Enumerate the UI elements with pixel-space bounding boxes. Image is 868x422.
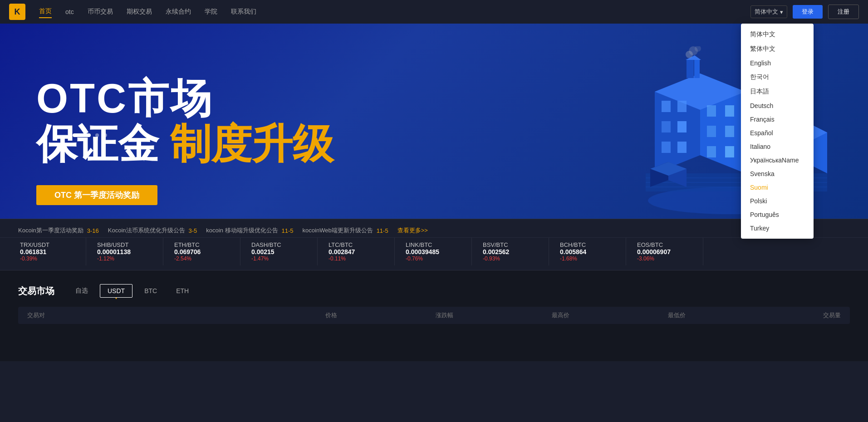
svg-rect-11 — [725, 105, 734, 117]
slide-dot-2[interactable] — [103, 133, 107, 137]
market-tab-自选[interactable]: 自选 — [68, 284, 95, 298]
svg-rect-9 — [677, 142, 687, 153]
ticker-item[interactable]: TRX/USDT 0.061831 -0.39% — [9, 238, 86, 265]
hero-title-white: 保证金 — [36, 121, 159, 167]
notice-date: 3-16 — [87, 227, 99, 234]
ticker-item[interactable]: SHIB/USDT 0.00001138 -1.12% — [86, 238, 163, 265]
lang-option-日本語[interactable]: 日本語 — [741, 84, 814, 99]
ticker-pair: LINK/BTC — [406, 241, 461, 248]
lang-label: 简体中文 — [755, 8, 778, 16]
lang-option-Turkey[interactable]: Turkey — [741, 221, 814, 235]
table-col-header: 最低价 — [569, 311, 686, 319]
ticker-change: -0.76% — [406, 255, 461, 262]
notice-text: kocoin 移动端升级优化公告 — [206, 226, 278, 235]
login-button[interactable]: 登录 — [793, 5, 823, 19]
register-button[interactable]: 注册 — [828, 5, 859, 19]
lang-option-한국어[interactable]: 한국어 — [741, 70, 814, 84]
ticker-item[interactable]: LTC/BTC 0.002847 -0.11% — [318, 238, 395, 265]
ticker-change: -1.68% — [560, 255, 615, 262]
notice-text: Kocoin第一季度活动奖励 — [18, 226, 83, 235]
nav-item-otc[interactable]: otc — [65, 6, 74, 17]
lang-option-Português[interactable]: Português — [741, 208, 814, 221]
lang-option-Español[interactable]: Español — [741, 126, 814, 140]
ticker-pair: LTC/BTC — [329, 241, 383, 248]
navbar: K 首页otc币币交易期权交易永续合约学院联系我们 简体中文 ▾ 登录 注册 — [0, 0, 868, 24]
slide-dot-1[interactable] — [95, 133, 99, 137]
slide-dot-active[interactable] — [73, 133, 91, 137]
table-col-header: 涨跌幅 — [337, 311, 453, 319]
svg-rect-4 — [662, 101, 671, 112]
notice-bar: Kocoin第一季度活动奖励 3-16Kocoin法币系统优化升级公告 3-5k… — [0, 224, 868, 238]
ticker-change: -1.47% — [251, 255, 306, 262]
lang-option-English[interactable]: English — [741, 56, 814, 70]
ticker-item[interactable]: LINK/BTC 0.00039485 -0.76% — [395, 238, 472, 265]
lang-option-УкраїнськаName[interactable]: УкраїнськаName — [741, 153, 814, 167]
price-ticker: TRX/USDT 0.061831 -0.39% SHIB/USDT 0.000… — [0, 238, 868, 265]
lang-option-Français[interactable]: Français — [741, 113, 814, 126]
ticker-change: -0.39% — [20, 255, 75, 262]
ticker-price: 0.069706 — [174, 248, 229, 255]
ticker-price: 0.005864 — [560, 248, 615, 255]
svg-rect-16 — [687, 60, 694, 78]
ticker-item[interactable]: BCH/BTC 0.005864 -1.68% — [549, 238, 626, 265]
ticker-change: -0.93% — [483, 255, 538, 262]
lang-option-Polski[interactable]: Polski — [741, 194, 814, 208]
logo[interactable]: K — [9, 4, 25, 20]
nav-item-期权交易[interactable]: 期权交易 — [127, 6, 152, 18]
svg-rect-17 — [694, 60, 700, 78]
hero-text: OTC市场 保证金 制度升级 — [36, 78, 333, 164]
notice-date: 11-5 — [377, 227, 388, 234]
table-col-header: 交易量 — [686, 311, 841, 319]
market-title: 交易市场 — [18, 285, 54, 297]
notice-item: Kocoin第一季度活动奖励 3-16 — [18, 226, 99, 235]
svg-rect-13 — [725, 126, 734, 137]
orange-strip-text: OTC 第一季度活动奖励 — [54, 191, 139, 200]
nav-item-永续合约[interactable]: 永续合约 — [166, 6, 191, 18]
ticker-item[interactable]: EOS/BTC 0.00006907 -3.06% — [626, 238, 703, 265]
nav-item-首页[interactable]: 首页 — [39, 5, 52, 18]
logo-text: K — [15, 7, 20, 17]
main-content: 交易市场 自选USDTBTCETH 交易对价格涨跌幅最高价最低价交易量 — [0, 270, 868, 361]
lang-option-Suomi[interactable]: Suomi — [741, 181, 814, 194]
nav-menu: 首页otc币币交易期权交易永续合约学院联系我们 — [39, 5, 750, 18]
svg-rect-12 — [707, 126, 716, 137]
svg-rect-5 — [677, 101, 687, 112]
ticker-item[interactable]: DASH/BTC 0.00215 -1.47% — [240, 238, 318, 265]
notice-date: 3-5 — [189, 227, 197, 234]
table-col-header: 最高价 — [453, 311, 569, 319]
svg-rect-14 — [707, 146, 716, 157]
ticker-item[interactable]: BSV/BTC 0.002562 -0.93% — [472, 238, 549, 265]
slide-indicator — [73, 133, 107, 137]
lang-option-简体中文[interactable]: 简体中文 — [741, 27, 814, 42]
svg-rect-15 — [725, 146, 734, 157]
lang-option-繁体中文[interactable]: 繁体中文 — [741, 42, 814, 56]
ticker-pair: BCH/BTC — [560, 241, 615, 248]
lang-option-Deutsch[interactable]: Deutsch — [741, 99, 814, 113]
svg-rect-6 — [662, 121, 671, 132]
chevron-down-icon: ▾ — [780, 9, 783, 15]
ticker-price: 0.061831 — [20, 248, 75, 255]
notice-item: kocoinWeb端更新升级公告 11-5 — [303, 226, 388, 235]
lang-option-Svenska[interactable]: Svenska — [741, 167, 814, 181]
ticker-bar: Kocoin第一季度活动奖励 3-16Kocoin法币系统优化升级公告 3-5k… — [0, 219, 868, 270]
ticker-pair: EOS/BTC — [637, 241, 692, 248]
ticker-price: 0.00215 — [251, 248, 306, 255]
market-tab-ETH[interactable]: ETH — [169, 285, 196, 297]
table-header: 交易对价格涨跌幅最高价最低价交易量 — [18, 307, 850, 324]
hero-title-bottom: 保证金 制度升级 — [36, 123, 333, 164]
market-tab-BTC[interactable]: BTC — [137, 285, 164, 297]
notice-text: kocoinWeb端更新升级公告 — [303, 226, 373, 235]
nav-item-学院[interactable]: 学院 — [205, 6, 217, 18]
nav-item-联系我们[interactable]: 联系我们 — [231, 6, 256, 18]
ticker-item[interactable]: ETH/BTC 0.069706 -2.54% — [163, 238, 240, 265]
ticker-change: -0.11% — [329, 255, 383, 262]
market-tab-USDT[interactable]: USDT — [100, 284, 132, 298]
notice-item: kocoin 移动端升级优化公告 11-5 — [206, 226, 293, 235]
hero-title-top: OTC市场 — [36, 78, 333, 119]
ticker-pair: DASH/BTC — [251, 241, 306, 248]
nav-item-币币交易[interactable]: 币币交易 — [88, 6, 113, 18]
lang-option-Italiano[interactable]: Italiano — [741, 140, 814, 153]
language-selector[interactable]: 简体中文 ▾ — [750, 5, 787, 18]
notice-more[interactable]: 查看更多>> — [397, 226, 428, 235]
table-col-header: 价格 — [182, 311, 338, 319]
